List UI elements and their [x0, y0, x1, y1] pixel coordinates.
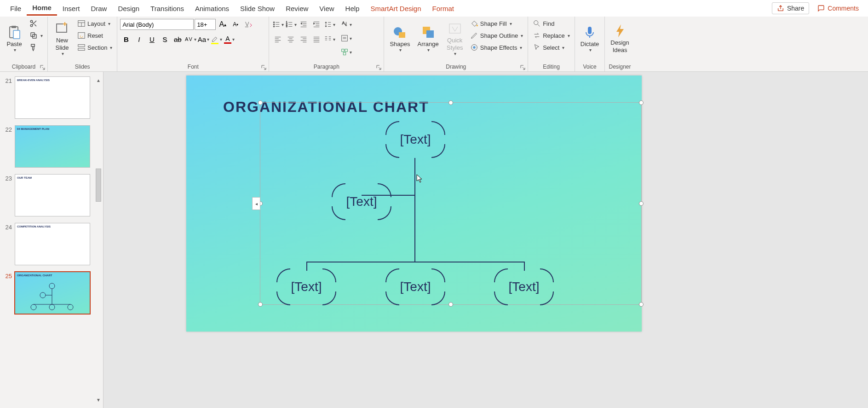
tab-smartart-design[interactable]: SmartArt Design [365, 2, 426, 15]
replace-button[interactable]: Replace▾ [531, 30, 572, 41]
resize-handle-br[interactable] [639, 302, 644, 307]
italic-button[interactable]: I [133, 33, 145, 45]
underline-button[interactable]: U [146, 33, 158, 45]
org-node-child-1[interactable]: [Text] [276, 268, 336, 305]
org-node-child-2[interactable]: [Text] [385, 268, 445, 305]
thumbnail-25[interactable]: ORGANIZATIONAL CHART [15, 272, 90, 314]
resize-handle-mr[interactable] [639, 201, 644, 206]
copy-button[interactable]: ▾ [28, 30, 45, 41]
design-ideas-button[interactable]: Design Ideas [608, 18, 632, 59]
tab-design[interactable]: Design [112, 2, 145, 15]
tab-help[interactable]: Help [340, 2, 365, 15]
scroll-down-button[interactable]: ▼ [95, 396, 102, 403]
numbering-button[interactable]: 123▾ [285, 18, 297, 30]
org-node-text[interactable]: [Text] [385, 268, 445, 305]
decrease-font-button[interactable]: A▾ [230, 18, 241, 30]
paste-button[interactable]: Paste ▾ [3, 18, 26, 59]
tab-format[interactable]: Format [427, 2, 460, 15]
decrease-indent-button[interactable] [298, 18, 310, 30]
align-center-button[interactable] [285, 33, 297, 45]
line-spacing-button[interactable]: ▾ [323, 18, 335, 30]
resize-handle-bl[interactable] [258, 302, 263, 307]
tab-view[interactable]: View [314, 2, 339, 15]
thumbnail-22[interactable]: 04 MANAGEMENT PLAN [15, 125, 90, 168]
layout-button[interactable]: Layout▾ [75, 18, 114, 29]
tab-file[interactable]: File [5, 2, 27, 15]
section-button[interactable]: Section▾ [75, 42, 114, 52]
org-node-assistant[interactable]: [Text] [332, 183, 391, 220]
resize-handle-tm[interactable] [448, 100, 453, 105]
shadow-button[interactable]: S [159, 33, 171, 45]
align-right-button[interactable] [298, 33, 310, 45]
resize-handle-tl[interactable] [258, 100, 263, 105]
tab-home[interactable]: Home [27, 1, 57, 16]
thumbnail-21[interactable]: BREAK-EVEN ANALYSIS [15, 76, 90, 119]
tab-review[interactable]: Review [280, 2, 314, 15]
shape-effects-button[interactable]: Shape Effects▾ [468, 42, 525, 52]
cut-button[interactable] [28, 18, 45, 29]
share-button[interactable]: Share [772, 2, 809, 14]
org-node-text[interactable]: [Text] [385, 121, 445, 158]
clear-formatting-button[interactable] [242, 18, 254, 30]
tab-insert[interactable]: Insert [57, 2, 86, 15]
svg-point-82 [49, 304, 55, 310]
increase-indent-button[interactable] [310, 18, 322, 30]
increase-font-button[interactable]: A▴ [217, 18, 229, 30]
dialog-launcher[interactable] [376, 64, 382, 70]
dialog-launcher[interactable] [261, 64, 267, 70]
select-button[interactable]: Select▾ [531, 42, 572, 52]
resize-handle-bm[interactable] [448, 302, 453, 307]
shape-outline-button[interactable]: Shape Outline▾ [468, 30, 525, 41]
shapes-button[interactable]: Shapes▾ [387, 18, 413, 59]
bold-button[interactable]: B [120, 33, 132, 45]
org-node-text[interactable]: [Text] [276, 268, 336, 305]
dialog-launcher[interactable] [520, 64, 526, 70]
tab-draw[interactable]: Draw [85, 2, 112, 15]
slide-canvas-area[interactable]: ORGANIZATIONAL CHART ◂ [103, 72, 868, 408]
thumbnail-24[interactable]: COMPETITION ANALYSIS [15, 223, 90, 265]
align-left-button[interactable] [272, 33, 284, 45]
text-direction-button[interactable]: A▾ [340, 18, 352, 30]
smartart-icon [340, 48, 349, 56]
change-case-button[interactable]: Aa▾ [197, 33, 209, 45]
new-slide-button[interactable]: New Slide ▾ [51, 18, 74, 59]
font-name-select[interactable] [120, 19, 194, 30]
slide[interactable]: ORGANIZATIONAL CHART ◂ [186, 76, 642, 332]
find-button[interactable]: Find [531, 18, 572, 29]
char-spacing-button[interactable]: AV▾ [184, 33, 196, 45]
quick-styles-button[interactable]: Quick Styles▾ [443, 18, 466, 59]
org-node-child-3[interactable]: [Text] [494, 268, 554, 305]
bullets-button[interactable]: ▾ [272, 18, 284, 30]
scroll-up-button[interactable]: ▲ [95, 76, 102, 84]
strikethrough-button[interactable]: ab [172, 33, 184, 45]
smartart-selection-frame[interactable]: ◂ [Text] [Text] [Text] [260, 102, 642, 305]
tab-animations[interactable]: Animations [190, 2, 235, 15]
org-node-text[interactable]: [Text] [494, 268, 554, 305]
font-size-select[interactable] [195, 19, 216, 30]
reset-button[interactable]: Reset [75, 30, 114, 41]
svg-rect-1 [11, 26, 16, 28]
format-painter-button[interactable] [28, 42, 45, 52]
org-node-top[interactable]: [Text] [385, 121, 445, 158]
shape-fill-button[interactable]: Shape Fill▾ [468, 18, 525, 29]
dictate-button[interactable]: Dictate▾ [578, 18, 602, 59]
tab-transitions[interactable]: Transitions [145, 2, 190, 15]
justify-button[interactable] [310, 33, 322, 45]
text-pane-toggle[interactable]: ◂ [252, 197, 260, 210]
thumbnail-23[interactable]: OUR TEAM [15, 174, 90, 216]
group-font: A▴ A▾ B I U S ab AV▾ Aa▾ ▾ A▾ Font [117, 17, 269, 71]
dialog-launcher[interactable] [40, 64, 46, 70]
tab-slideshow[interactable]: Slide Show [235, 2, 280, 15]
scrollbar-thumb[interactable] [96, 169, 101, 202]
thumbnail-scrollbar[interactable]: ▲ ▼ [95, 76, 102, 403]
arrange-button[interactable]: Arrange▾ [414, 18, 441, 59]
highlight-button[interactable]: ▾ [210, 33, 222, 45]
comments-button[interactable]: Comments [813, 3, 863, 14]
align-text-button[interactable]: ▾ [340, 32, 352, 44]
font-color-button[interactable]: A▾ [223, 33, 235, 45]
convert-smartart-button[interactable]: ▾ [340, 46, 352, 58]
org-node-text[interactable]: [Text] [332, 183, 391, 220]
columns-button[interactable]: ▾ [323, 33, 335, 45]
thumbnail-number: 22 [2, 125, 12, 133]
resize-handle-tr[interactable] [639, 100, 644, 105]
